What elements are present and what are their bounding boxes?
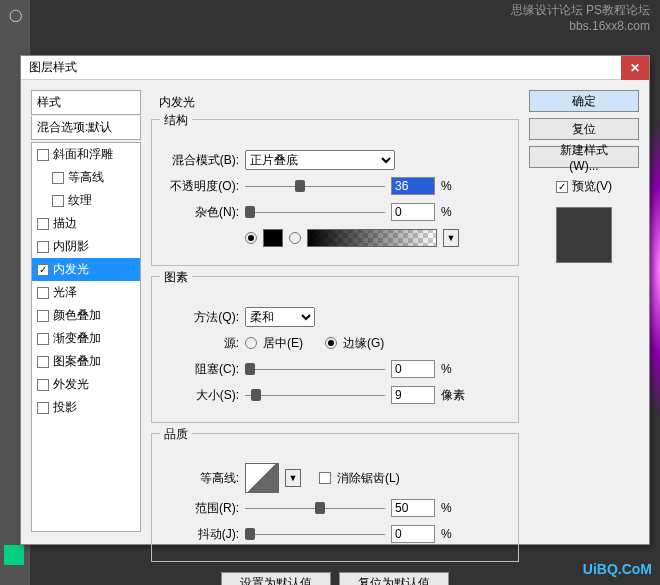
quality-legend: 品质 (160, 426, 192, 443)
style-label: 描边 (53, 215, 77, 232)
style-checkbox[interactable] (37, 264, 49, 276)
foreground-color-swatch[interactable] (4, 545, 24, 565)
antialias-checkbox[interactable] (319, 472, 331, 484)
style-item[interactable]: 等高线 (32, 166, 140, 189)
make-default-button[interactable]: 设置为默认值 (221, 572, 331, 585)
style-checkbox[interactable] (37, 218, 49, 230)
source-label: 源: (164, 335, 239, 352)
dialog-title: 图层样式 (29, 59, 77, 76)
opacity-input[interactable]: 36 (391, 177, 435, 195)
style-checkbox[interactable] (37, 310, 49, 322)
size-unit: 像素 (441, 387, 465, 404)
size-input[interactable]: 9 (391, 386, 435, 404)
choke-unit: % (441, 362, 452, 376)
quality-group: 品质 等高线: ▼ 消除锯齿(L) 范围(R): 50 % 抖动(J): (151, 433, 519, 562)
size-slider[interactable] (245, 386, 385, 404)
style-label: 渐变叠加 (53, 330, 101, 347)
jitter-unit: % (441, 527, 452, 541)
gradient-radio[interactable] (289, 232, 301, 244)
style-label: 等高线 (68, 169, 104, 186)
blend-mode-label: 混合模式(B): (164, 152, 239, 169)
style-label: 纹理 (68, 192, 92, 209)
opacity-unit: % (441, 179, 452, 193)
settings-column: 内发光 结构 混合模式(B): 正片叠底 不透明度(O): 36 % 杂色(N)… (151, 90, 519, 534)
style-item[interactable]: 光泽 (32, 281, 140, 304)
choke-slider[interactable] (245, 360, 385, 378)
elements-legend: 图素 (160, 269, 192, 286)
style-item[interactable]: 斜面和浮雕 (32, 143, 140, 166)
blend-mode-select[interactable]: 正片叠底 (245, 150, 395, 170)
style-item[interactable]: 外发光 (32, 373, 140, 396)
color-swatch[interactable] (263, 229, 283, 247)
style-item[interactable]: 图案叠加 (32, 350, 140, 373)
range-slider[interactable] (245, 499, 385, 517)
style-checkbox[interactable] (37, 149, 49, 161)
preview-swatch (556, 207, 612, 263)
style-label: 投影 (53, 399, 77, 416)
style-label: 光泽 (53, 284, 77, 301)
style-checkbox[interactable] (52, 172, 64, 184)
close-button[interactable]: ✕ (621, 56, 649, 80)
blending-options[interactable]: 混合选项:默认 (31, 116, 141, 140)
style-checkbox[interactable] (37, 333, 49, 345)
style-item[interactable]: 内阴影 (32, 235, 140, 258)
noise-slider[interactable] (245, 203, 385, 221)
new-style-button[interactable]: 新建样式(W)... (529, 146, 639, 168)
jitter-label: 抖动(J): (164, 526, 239, 543)
style-item[interactable]: 投影 (32, 396, 140, 419)
opacity-slider[interactable] (245, 177, 385, 195)
styles-header[interactable]: 样式 (31, 90, 141, 115)
style-item[interactable]: 描边 (32, 212, 140, 235)
size-label: 大小(S): (164, 387, 239, 404)
source-edge-radio[interactable] (325, 337, 337, 349)
ok-button[interactable]: 确定 (529, 90, 639, 112)
preview-checkbox[interactable] (556, 181, 568, 193)
watermark-bottom: UiBQ.CoM (583, 561, 652, 577)
gradient-dropdown-icon[interactable]: ▼ (443, 229, 459, 247)
reset-default-button[interactable]: 复位为默认值 (339, 572, 449, 585)
style-checkbox[interactable] (37, 402, 49, 414)
watermark-top: 思缘设计论坛 PS教程论坛bbs.16xx8.com (511, 2, 650, 33)
choke-input[interactable]: 0 (391, 360, 435, 378)
style-label: 内发光 (53, 261, 89, 278)
jitter-slider[interactable] (245, 525, 385, 543)
style-label: 颜色叠加 (53, 307, 101, 324)
technique-select[interactable]: 柔和 (245, 307, 315, 327)
lasso-icon[interactable]: ◯ (2, 2, 28, 28)
style-item[interactable]: 纹理 (32, 189, 140, 212)
gradient-picker[interactable] (307, 229, 437, 247)
noise-input[interactable]: 0 (391, 203, 435, 221)
panel-title: 内发光 (151, 90, 519, 115)
styles-column: 样式 混合选项:默认 斜面和浮雕等高线纹理描边内阴影内发光光泽颜色叠加渐变叠加图… (31, 90, 141, 534)
style-checkbox[interactable] (37, 356, 49, 368)
style-item[interactable]: 内发光 (32, 258, 140, 281)
style-label: 内阴影 (53, 238, 89, 255)
cancel-button[interactable]: 复位 (529, 118, 639, 140)
style-checkbox[interactable] (37, 379, 49, 391)
style-checkbox[interactable] (37, 241, 49, 253)
contour-picker[interactable] (245, 463, 279, 493)
contour-dropdown-icon[interactable]: ▼ (285, 469, 301, 487)
contour-label: 等高线: (164, 470, 239, 487)
choke-label: 阻塞(C): (164, 361, 239, 378)
style-checkbox[interactable] (52, 195, 64, 207)
jitter-input[interactable]: 0 (391, 525, 435, 543)
styles-list: 斜面和浮雕等高线纹理描边内阴影内发光光泽颜色叠加渐变叠加图案叠加外发光投影 (31, 142, 141, 532)
source-center-radio[interactable] (245, 337, 257, 349)
technique-label: 方法(Q): (164, 309, 239, 326)
source-center-label: 居中(E) (263, 335, 303, 352)
noise-unit: % (441, 205, 452, 219)
layer-style-dialog: 图层样式 ✕ 样式 混合选项:默认 斜面和浮雕等高线纹理描边内阴影内发光光泽颜色… (20, 55, 650, 545)
footer-buttons: 设置为默认值 复位为默认值 (151, 572, 519, 585)
style-checkbox[interactable] (37, 287, 49, 299)
style-label: 图案叠加 (53, 353, 101, 370)
style-item[interactable]: 渐变叠加 (32, 327, 140, 350)
range-input[interactable]: 50 (391, 499, 435, 517)
titlebar[interactable]: 图层样式 ✕ (21, 56, 649, 80)
style-label: 斜面和浮雕 (53, 146, 113, 163)
color-radio[interactable] (245, 232, 257, 244)
range-unit: % (441, 501, 452, 515)
opacity-label: 不透明度(O): (164, 178, 239, 195)
elements-group: 图素 方法(Q): 柔和 源: 居中(E) 边缘(G) 阻塞(C): 0 (151, 276, 519, 423)
style-item[interactable]: 颜色叠加 (32, 304, 140, 327)
